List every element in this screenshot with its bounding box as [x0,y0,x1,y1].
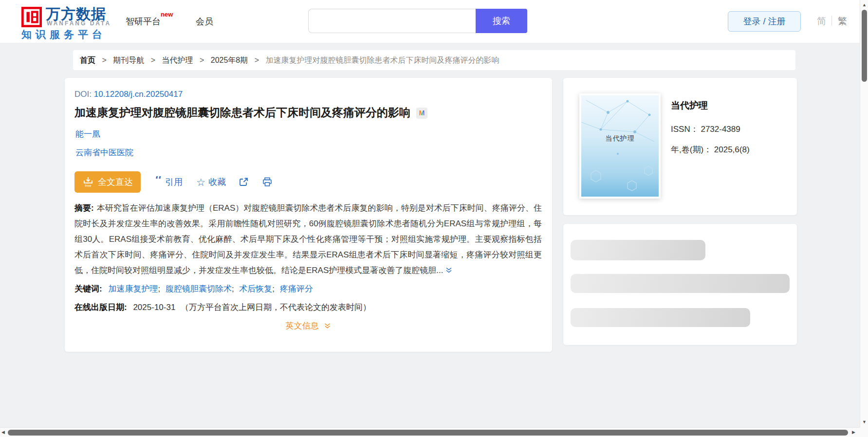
volume-label: 年,卷(期)： [671,145,712,154]
fulltext-label: 全文直达 [98,176,133,188]
login-register-button[interactable]: 登录 / 注册 [728,11,801,32]
keyword-link[interactable]: 疼痛评分 [280,284,313,293]
brand-tagline: 知识服务平台 [21,28,106,41]
abstract-label: 摘要: [74,203,94,213]
medical-badge-icon[interactable]: M [416,108,427,119]
journal-cover-title: 当代护理 [581,134,659,143]
scroll-right-arrow[interactable]: ▶ [852,430,855,435]
horizontal-scrollbar-thumb[interactable] [8,430,848,436]
free-download-icon: free [82,176,94,188]
keyword-link[interactable]: 腹腔镜胆囊切除术 [166,284,232,293]
abstract: 摘要:本研究旨在评估加速康复护理（ERAS）对腹腔镜胆囊切除术患者术后康复的影响… [74,200,542,279]
issn-value: 2732-4389 [701,125,740,134]
journal-cover-art [581,95,659,197]
article-actions: free 全文直达 “ 引用 ☆ 收藏 [74,171,273,193]
journal-cover[interactable]: 当代护理 [579,93,661,199]
journal-info-card: 当代护理 当代护理 ISSN： 2732-4389 年,卷(期)： 2025,6… [563,78,797,215]
author-link[interactable]: 能一凰 [75,128,100,140]
breadcrumb: 首页 > 期刊导航 > 当代护理 > 2025年8期 > 加速康复护理对腹腔镜胆… [73,50,795,70]
keyword-link[interactable]: 术后恢复 [239,284,272,293]
search-bar: 搜索 [308,9,527,33]
expand-abstract-button[interactable] [445,264,453,279]
journal-issn-row: ISSN： 2732-4389 [671,124,740,135]
keyword-link[interactable]: 加速康复护理 [108,284,158,293]
keyword-separator: ; [272,284,275,293]
doi-label: DOI: [74,90,92,99]
quote-icon: “ [154,176,162,188]
online-publish-label: 在线出版日期: [74,303,127,312]
lang-divider [831,16,832,26]
nav-item-zhiyan-platform[interactable]: 智研平台 new [126,16,161,27]
vertical-scrollbar-thumb[interactable] [862,10,867,82]
fulltext-button[interactable]: free 全文直达 [74,171,141,193]
favorite-button[interactable]: ☆ 收藏 [196,176,226,188]
header: 万方数据 WANFANG DATA 知识服务平台 智研平台 new 会员 搜索 … [0,0,860,43]
print-icon [262,177,273,187]
svg-text:free: free [85,183,92,188]
journal-name-link[interactable]: 当代护理 [671,99,708,112]
breadcrumb-issue[interactable]: 2025年8期 [211,56,248,64]
skeleton-placeholder [571,274,790,293]
keyword-separator: ; [158,284,160,293]
medical-badge-letter: M [419,109,425,117]
cite-label: 引用 [165,176,183,188]
breadcrumb-separator: > [102,56,106,64]
lang-traditional-toggle[interactable]: 繁 [838,15,847,28]
lang-simplified-toggle[interactable]: 简 [817,15,826,28]
cite-button[interactable]: “ 引用 [154,176,183,188]
new-badge: new [161,11,173,18]
doi-row: DOI: 10.12208/j.cn.20250417 [74,90,183,99]
breadcrumb-separator: > [151,56,155,64]
doi-link[interactable]: 10.12208/j.cn.20250417 [94,90,183,99]
article-title: 加速康复护理对腹腔镜胆囊切除患者术后下床时间及疼痛评分的影响M [74,104,542,121]
search-button[interactable]: 搜索 [476,9,527,33]
share-button[interactable] [239,177,249,187]
english-info-label: 英文信息 [286,321,319,330]
nav-zhiyan-label: 智研平台 [126,17,161,26]
scroll-up-arrow[interactable]: ▲ [860,2,868,7]
breadcrumb-home[interactable]: 首页 [80,56,95,64]
wanfang-logo-icon [21,7,42,27]
star-icon: ☆ [196,177,205,187]
double-chevron-down-icon [445,266,453,274]
scroll-down-arrow[interactable]: ▼ [860,419,868,424]
online-publish-note: （万方平台首次上网日期，不代表论文的发表时间） [181,303,371,312]
nav-item-member[interactable]: 会员 [196,16,213,27]
keyword-separator: ; [232,284,234,293]
breadcrumb-journal-nav[interactable]: 期刊导航 [113,56,144,64]
breadcrumb-current: 加速康复护理对腹腔镜胆囊切除患者术后下床时间及疼痛评分的影响 [266,56,499,64]
abstract-text: 本研究旨在评估加速康复护理（ERAS）对腹腔镜胆囊切除术患者术后康复的影响，特别… [74,203,542,275]
english-info-toggle[interactable]: 英文信息 [65,320,552,332]
scrollbar-corner [860,427,868,437]
scroll-left-arrow[interactable]: ◀ [1,430,5,435]
double-chevron-down-icon [324,322,331,332]
breadcrumb-journal[interactable]: 当代护理 [162,56,193,64]
keywords-row: 关键词: 加速康复护理; 腹腔镜胆囊切除术; 术后恢复; 疼痛评分 [74,283,313,294]
favorite-label: 收藏 [208,176,226,188]
breadcrumb-separator: > [255,56,259,64]
volume-value: 2025,6(8) [714,145,750,154]
online-publish-date: 2025-10-31 [133,303,175,312]
brand-name-en: WANFANG DATA [47,20,111,27]
loading-card [563,224,797,345]
affiliation-link[interactable]: 云南省中医医院 [75,147,133,158]
skeleton-placeholder [571,240,705,260]
share-icon [239,177,249,187]
keywords-label: 关键词: [74,284,102,293]
online-publish-row: 在线出版日期: 2025-10-31 （万方平台首次上网日期，不代表论文的发表时… [74,302,371,313]
article-title-text: 加速康复护理对腹腔镜胆囊切除患者术后下床时间及疼痛评分的影响 [74,106,410,119]
horizontal-scrollbar[interactable]: ◀ ▶ [0,427,860,437]
article-card: DOI: 10.12208/j.cn.20250417 加速康复护理对腹腔镜胆囊… [65,78,552,352]
skeleton-placeholder [571,308,750,327]
breadcrumb-separator: > [200,56,204,64]
vertical-scrollbar[interactable]: ▲ ▼ [860,0,868,427]
print-button[interactable] [262,177,273,187]
issn-label: ISSN： [671,125,699,134]
search-input[interactable] [308,9,476,33]
journal-volume-row: 年,卷(期)： 2025,6(8) [671,144,750,155]
